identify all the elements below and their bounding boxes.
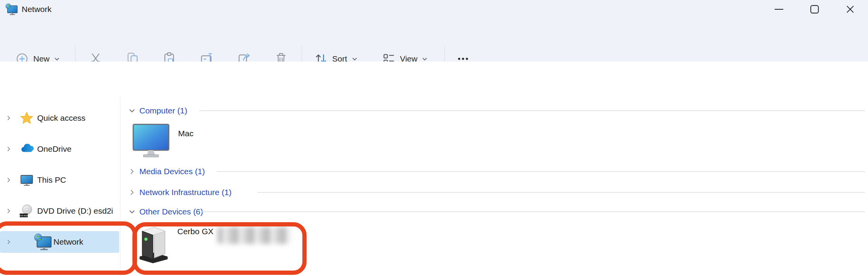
navigation-pane: Quick access OneDrive This PC [0, 97, 120, 276]
file-explorer-window: Network New [0, 0, 868, 276]
chevron-down-icon[interactable] [128, 208, 136, 217]
minimize-button[interactable] [761, 0, 797, 19]
group-header-rule [257, 192, 865, 193]
window-title: Network [22, 0, 51, 19]
file-item-mac[interactable]: Mac [132, 121, 256, 159]
sidebar-item-network[interactable]: Network [0, 231, 119, 253]
chevron-right-icon[interactable] [5, 115, 12, 122]
dvd-rom-badge: DVD-ROM [19, 215, 28, 217]
server-tower-icon [136, 225, 170, 263]
group-header-rule [217, 171, 865, 172]
sidebar-item-label: OneDrive [37, 144, 72, 154]
chevron-right-icon[interactable] [5, 238, 12, 245]
chevron-right-icon[interactable] [5, 207, 12, 214]
window-controls [761, 0, 868, 19]
file-item-label: Mac [178, 129, 194, 159]
sidebar-item-onedrive[interactable]: OneDrive [0, 138, 119, 160]
title-bar: Network [0, 0, 868, 19]
group-header-label[interactable]: Computer (1) [139, 106, 187, 115]
sidebar-item-this-pc[interactable]: This PC [0, 169, 119, 191]
network-monitor-icon [34, 233, 52, 251]
star-icon [19, 111, 34, 125]
group-header-network-infrastructure[interactable]: Network Infrastructure (1) [120, 187, 868, 198]
chevron-right-icon[interactable] [5, 146, 12, 153]
chevron-right-icon[interactable] [128, 189, 136, 198]
computer-monitor-icon [132, 123, 170, 159]
content-pane: Computer (1) Mac Media Devices (1) Netwo… [120, 97, 868, 276]
sidebar-item-label: DVD Drive (D:) esd2i [37, 206, 113, 216]
sidebar-item-label: Network [53, 237, 83, 247]
group-header-rule [199, 110, 865, 111]
sidebar-item-label: Quick access [37, 113, 86, 123]
chevron-right-icon[interactable] [5, 177, 12, 183]
group-header-label[interactable]: Other Devices (6) [139, 207, 203, 216]
monitor-icon [19, 173, 34, 187]
group-header-label[interactable]: Media Devices (1) [139, 167, 205, 176]
chevron-down-icon[interactable] [128, 107, 136, 116]
redacted-text-blur [218, 227, 291, 244]
network-monitor-icon [5, 3, 18, 15]
file-item-label: Cerbo GX [177, 227, 213, 265]
sidebar-item-dvd-drive[interactable]: DVD-ROM DVD Drive (D:) esd2i [0, 200, 119, 222]
dvd-disc-icon: DVD-ROM [19, 204, 34, 218]
navigation-bar: Network [0, 62, 868, 97]
group-header-computer[interactable]: Computer (1) [120, 105, 868, 117]
group-header-media-devices[interactable]: Media Devices (1) [120, 166, 868, 177]
group-header-rule [201, 211, 865, 212]
close-icon [845, 4, 856, 15]
command-toolbar: New [0, 19, 868, 62]
group-header-label[interactable]: Network Infrastructure (1) [139, 188, 232, 197]
close-button[interactable] [832, 0, 868, 19]
group-header-other-devices[interactable]: Other Devices (6) [120, 206, 868, 218]
maximize-button[interactable] [797, 0, 832, 19]
chevron-right-icon[interactable] [128, 168, 136, 177]
sidebar-item-quick-access[interactable]: Quick access [0, 107, 119, 129]
onedrive-cloud-icon [19, 142, 34, 156]
maximize-icon [809, 4, 820, 15]
minimize-icon [774, 4, 784, 15]
sidebar-item-label: This PC [37, 175, 66, 185]
